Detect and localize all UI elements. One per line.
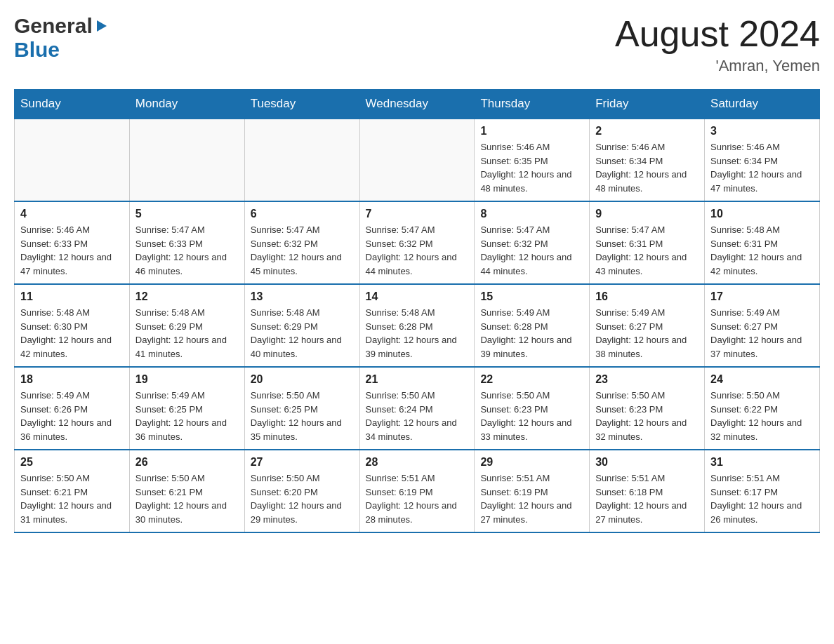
day-number: 24 — [710, 373, 814, 386]
day-info: Sunrise: 5:48 AMSunset: 6:29 PMDaylight:… — [135, 306, 239, 361]
day-info: Sunrise: 5:51 AMSunset: 6:19 PMDaylight:… — [366, 471, 469, 526]
day-cell-4-3: 20Sunrise: 5:50 AMSunset: 6:25 PMDayligh… — [244, 367, 359, 450]
day-info: Sunrise: 5:47 AMSunset: 6:31 PMDaylight:… — [595, 223, 699, 278]
day-info: Sunrise: 5:50 AMSunset: 6:23 PMDaylight:… — [595, 389, 699, 443]
day-info: Sunrise: 5:50 AMSunset: 6:24 PMDaylight:… — [366, 389, 469, 443]
day-cell-5-5: 29Sunrise: 5:51 AMSunset: 6:19 PMDayligh… — [475, 450, 590, 532]
day-number: 15 — [480, 290, 583, 303]
week-row-2: 4Sunrise: 5:46 AMSunset: 6:33 PMDaylight… — [15, 201, 820, 284]
day-number: 6 — [251, 208, 354, 220]
day-cell-2-7: 10Sunrise: 5:48 AMSunset: 6:31 PMDayligh… — [705, 201, 820, 284]
day-number: 21 — [366, 373, 469, 386]
day-info: Sunrise: 5:50 AMSunset: 6:23 PMDaylight:… — [480, 389, 583, 443]
title-section: August 2024 'Amran, Yemen — [615, 14, 820, 75]
col-wednesday: Wednesday — [359, 90, 475, 119]
day-info: Sunrise: 5:48 AMSunset: 6:28 PMDaylight:… — [366, 306, 469, 361]
week-row-1: 1Sunrise: 5:46 AMSunset: 6:35 PMDaylight… — [15, 119, 820, 201]
day-info: Sunrise: 5:49 AMSunset: 6:26 PMDaylight:… — [20, 389, 124, 443]
day-number: 22 — [480, 373, 583, 386]
day-info: Sunrise: 5:47 AMSunset: 6:32 PMDaylight:… — [251, 223, 354, 278]
day-cell-4-2: 19Sunrise: 5:49 AMSunset: 6:25 PMDayligh… — [129, 367, 244, 450]
day-cell-5-6: 30Sunrise: 5:51 AMSunset: 6:18 PMDayligh… — [590, 450, 705, 532]
day-info: Sunrise: 5:49 AMSunset: 6:25 PMDaylight:… — [135, 389, 239, 443]
day-number: 31 — [710, 456, 814, 469]
location: 'Amran, Yemen — [615, 57, 820, 75]
day-cell-1-7: 3Sunrise: 5:46 AMSunset: 6:34 PMDaylight… — [705, 119, 820, 201]
day-info: Sunrise: 5:51 AMSunset: 6:18 PMDaylight:… — [595, 471, 699, 526]
day-number: 3 — [710, 125, 814, 137]
day-info: Sunrise: 5:47 AMSunset: 6:33 PMDaylight:… — [135, 223, 239, 278]
day-number: 16 — [595, 290, 699, 303]
day-cell-3-6: 16Sunrise: 5:49 AMSunset: 6:27 PMDayligh… — [590, 284, 705, 367]
day-number: 19 — [135, 373, 239, 386]
col-saturday: Saturday — [705, 90, 820, 119]
day-cell-1-5: 1Sunrise: 5:46 AMSunset: 6:35 PMDaylight… — [475, 119, 590, 201]
logo: General Blue — [14, 14, 107, 62]
day-cell-2-3: 6Sunrise: 5:47 AMSunset: 6:32 PMDaylight… — [244, 201, 359, 284]
day-info: Sunrise: 5:50 AMSunset: 6:21 PMDaylight:… — [20, 471, 124, 526]
day-number: 27 — [251, 456, 354, 469]
day-cell-4-4: 21Sunrise: 5:50 AMSunset: 6:24 PMDayligh… — [359, 367, 475, 450]
calendar-table: Sunday Monday Tuesday Wednesday Thursday… — [14, 89, 820, 533]
day-info: Sunrise: 5:50 AMSunset: 6:21 PMDaylight:… — [135, 471, 239, 526]
day-info: Sunrise: 5:48 AMSunset: 6:29 PMDaylight:… — [251, 306, 354, 361]
day-cell-3-2: 12Sunrise: 5:48 AMSunset: 6:29 PMDayligh… — [129, 284, 244, 367]
day-cell-2-6: 9Sunrise: 5:47 AMSunset: 6:31 PMDaylight… — [590, 201, 705, 284]
page-header: General Blue August 2024 'Amran, Yemen — [14, 14, 820, 75]
day-info: Sunrise: 5:46 AMSunset: 6:33 PMDaylight:… — [20, 223, 124, 278]
day-number: 1 — [480, 125, 583, 137]
week-row-4: 18Sunrise: 5:49 AMSunset: 6:26 PMDayligh… — [15, 367, 820, 450]
day-cell-2-1: 4Sunrise: 5:46 AMSunset: 6:33 PMDaylight… — [15, 201, 130, 284]
day-cell-1-4 — [359, 119, 475, 201]
day-info: Sunrise: 5:48 AMSunset: 6:30 PMDaylight:… — [20, 306, 124, 361]
day-cell-3-5: 15Sunrise: 5:49 AMSunset: 6:28 PMDayligh… — [475, 284, 590, 367]
month-title: August 2024 — [615, 14, 820, 54]
day-number: 25 — [20, 456, 124, 469]
day-info: Sunrise: 5:49 AMSunset: 6:28 PMDaylight:… — [480, 306, 583, 361]
day-info: Sunrise: 5:46 AMSunset: 6:34 PMDaylight:… — [710, 140, 814, 195]
day-info: Sunrise: 5:50 AMSunset: 6:20 PMDaylight:… — [251, 471, 354, 526]
day-number: 11 — [20, 290, 124, 303]
day-number: 7 — [366, 208, 469, 220]
day-number: 4 — [20, 208, 124, 220]
day-cell-1-2 — [129, 119, 244, 201]
col-sunday: Sunday — [15, 90, 130, 119]
col-monday: Monday — [129, 90, 244, 119]
col-thursday: Thursday — [475, 90, 590, 119]
day-number: 10 — [710, 208, 814, 220]
day-info: Sunrise: 5:47 AMSunset: 6:32 PMDaylight:… — [480, 223, 583, 278]
day-number: 26 — [135, 456, 239, 469]
day-number: 23 — [595, 373, 699, 386]
day-number: 20 — [251, 373, 354, 386]
day-info: Sunrise: 5:46 AMSunset: 6:34 PMDaylight:… — [595, 140, 699, 195]
day-cell-1-1 — [15, 119, 130, 201]
day-info: Sunrise: 5:50 AMSunset: 6:22 PMDaylight:… — [710, 389, 814, 443]
day-number: 5 — [135, 208, 239, 220]
day-cell-3-7: 17Sunrise: 5:49 AMSunset: 6:27 PMDayligh… — [705, 284, 820, 367]
day-cell-5-7: 31Sunrise: 5:51 AMSunset: 6:17 PMDayligh… — [705, 450, 820, 532]
logo-triangle-icon — [97, 20, 107, 32]
day-info: Sunrise: 5:51 AMSunset: 6:17 PMDaylight:… — [710, 471, 814, 526]
day-cell-4-7: 24Sunrise: 5:50 AMSunset: 6:22 PMDayligh… — [705, 367, 820, 450]
calendar-header-row: Sunday Monday Tuesday Wednesday Thursday… — [15, 90, 820, 119]
day-number: 18 — [20, 373, 124, 386]
day-cell-4-5: 22Sunrise: 5:50 AMSunset: 6:23 PMDayligh… — [475, 367, 590, 450]
day-cell-5-2: 26Sunrise: 5:50 AMSunset: 6:21 PMDayligh… — [129, 450, 244, 532]
day-cell-4-1: 18Sunrise: 5:49 AMSunset: 6:26 PMDayligh… — [15, 367, 130, 450]
day-info: Sunrise: 5:47 AMSunset: 6:32 PMDaylight:… — [366, 223, 469, 278]
day-cell-5-4: 28Sunrise: 5:51 AMSunset: 6:19 PMDayligh… — [359, 450, 475, 532]
day-info: Sunrise: 5:49 AMSunset: 6:27 PMDaylight:… — [710, 306, 814, 361]
day-cell-1-3 — [244, 119, 359, 201]
day-number: 8 — [480, 208, 583, 220]
week-row-3: 11Sunrise: 5:48 AMSunset: 6:30 PMDayligh… — [15, 284, 820, 367]
day-cell-3-3: 13Sunrise: 5:48 AMSunset: 6:29 PMDayligh… — [244, 284, 359, 367]
day-number: 13 — [251, 290, 354, 303]
col-tuesday: Tuesday — [244, 90, 359, 119]
day-number: 29 — [480, 456, 583, 469]
day-cell-2-4: 7Sunrise: 5:47 AMSunset: 6:32 PMDaylight… — [359, 201, 475, 284]
day-info: Sunrise: 5:49 AMSunset: 6:27 PMDaylight:… — [595, 306, 699, 361]
logo-general: General — [14, 14, 107, 38]
week-row-5: 25Sunrise: 5:50 AMSunset: 6:21 PMDayligh… — [15, 450, 820, 532]
logo-blue: Blue — [14, 38, 60, 62]
col-friday: Friday — [590, 90, 705, 119]
